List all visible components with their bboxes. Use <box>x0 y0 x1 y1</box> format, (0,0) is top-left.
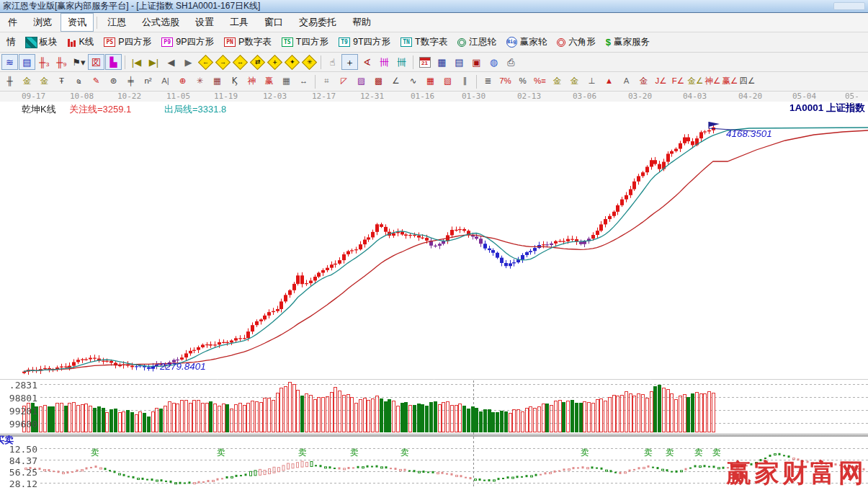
gold-under-tool[interactable]: 金 <box>635 74 652 89</box>
gold-gann-tool-2[interactable]: 金 <box>36 74 53 89</box>
next-page-icon[interactable]: ▶ <box>180 54 197 70</box>
tick-ruler-tool[interactable]: ╫ <box>1 74 18 89</box>
price-scale-tool[interactable]: ≣ <box>480 74 496 89</box>
shen-tool-glyph: 神 <box>248 77 256 86</box>
gold-gann-tool-1[interactable]: 金 <box>19 74 35 89</box>
percent-line-tool[interactable]: %≡ <box>532 74 548 89</box>
target-tool[interactable]: ⊕ <box>174 74 191 89</box>
menu-item-2[interactable]: 资讯 <box>61 13 94 32</box>
angle-measure-icon[interactable]: ∢ <box>359 54 375 70</box>
h-expand-icon[interactable]: ↔ <box>232 54 249 70</box>
scale-ruler-tool[interactable]: ╪ <box>122 74 139 89</box>
toolbar-item-t-table[interactable]: TNT数字表 <box>395 35 452 50</box>
shen-tool[interactable]: 神 <box>243 74 260 89</box>
f-angle-tool[interactable]: F∠ <box>670 74 686 89</box>
full-view-icon[interactable]: ✳ <box>301 54 318 70</box>
prev-page-icon[interactable]: ◀ <box>163 54 179 70</box>
n2-tool[interactable]: n² <box>140 74 156 89</box>
pencil-tool[interactable]: ✎ <box>88 74 104 89</box>
toolbar-item-kline[interactable]: K线 <box>63 35 99 50</box>
kline-3-icon[interactable]: ╫₃ <box>36 54 53 70</box>
k-prime-tool[interactable]: Ϗ <box>226 74 243 89</box>
pan-icon[interactable]: ✦ <box>284 54 300 70</box>
calendar-icon[interactable]: 21 <box>416 54 433 70</box>
zoom-in-icon[interactable]: ＋ <box>267 54 283 70</box>
notes-icon[interactable]: ▤ <box>451 54 467 70</box>
gold-angle-tool[interactable]: 金∠ <box>687 74 704 89</box>
gann-tool-magenta-icon[interactable]: 卌 <box>376 54 393 70</box>
save-icon[interactable]: ▣ <box>468 54 485 70</box>
spiral-tool[interactable]: ҩ <box>71 74 87 89</box>
h-swap-icon[interactable]: ⇄ <box>249 54 266 70</box>
toolbar-item-p-square[interactable]: PSP四方形 <box>99 35 156 50</box>
wave-a-tool[interactable]: A <box>618 74 635 89</box>
hand-icon[interactable]: ☝ <box>324 54 341 70</box>
first-page-icon[interactable]: |◀ <box>128 54 145 70</box>
crosshair-icon[interactable]: ＋ <box>341 54 358 70</box>
histogram-icon[interactable]: ▙ <box>105 54 122 70</box>
kline-9-icon[interactable]: ╫₉ <box>53 54 70 70</box>
toolbar-item-9t-square[interactable]: T99T四方形 <box>334 35 395 50</box>
toolbar-item-9p-square[interactable]: P99P四方形 <box>156 35 219 50</box>
gann-tool-teal-icon[interactable]: 卌 <box>393 54 410 70</box>
toolbar-item-hexagon[interactable]: 六角形 <box>552 35 601 50</box>
trend-chart-icon[interactable]: ≋ <box>1 54 18 70</box>
calculator-icon[interactable]: ▦ <box>434 54 450 70</box>
gold-circle-tool[interactable]: 金 <box>549 74 565 89</box>
net-save-icon[interactable]: ◍ <box>486 54 502 70</box>
fan-box-tool-glyph: ▨ <box>357 77 365 86</box>
fan-lines-tool[interactable]: ◸ <box>336 74 352 89</box>
last-page-icon[interactable]: ▶| <box>146 54 162 70</box>
gann-pattern-icon[interactable]: 図 <box>88 54 104 70</box>
gold-lines-tool[interactable]: 金 <box>566 74 583 89</box>
percent-7-tool[interactable]: 7% <box>497 74 514 89</box>
time-circle-tool[interactable]: ⊛ <box>105 74 122 89</box>
zigzag-tool[interactable]: ∿ <box>405 74 421 89</box>
menu-item-8[interactable]: 交易委托 <box>292 13 344 32</box>
span-arrow-tool[interactable]: ↔ <box>295 74 312 89</box>
toolbar-item-winner-service[interactable]: $赢家服务 <box>601 35 655 50</box>
angle-lines-tool[interactable]: ∠ <box>388 74 404 89</box>
web-square-tool[interactable]: ▦ <box>209 74 225 89</box>
flag-dropdown-icon[interactable]: ⚑▾ <box>71 54 87 70</box>
print-icon[interactable]: ⎙ <box>503 54 519 70</box>
square-frame-tool[interactable]: ⌗ <box>318 74 335 89</box>
shift-right-icon[interactable]: → <box>215 54 231 70</box>
print-icon-glyph: ⎙ <box>507 58 514 67</box>
menu-item-7[interactable]: 窗口 <box>257 13 290 32</box>
pump-tool[interactable]: ⊥ <box>583 74 600 89</box>
fan-box-tool[interactable]: ▨ <box>353 74 370 89</box>
menu-item-1[interactable]: 浏览 <box>26 13 59 32</box>
si-angle-tool[interactable]: 四∠ <box>739 74 756 89</box>
menu-item-6[interactable]: 工具 <box>223 13 256 32</box>
red-grid-arrow-tool[interactable]: ▧ <box>439 74 456 89</box>
menu-item-3[interactable]: 江恩 <box>100 13 133 32</box>
menu-item-5[interactable]: 设置 <box>188 13 221 32</box>
shen-angle-tool[interactable]: 神∠ <box>704 74 721 89</box>
rocket-tool[interactable]: ▲ <box>601 74 617 89</box>
menu-item-0[interactable]: 件 <box>1 13 24 32</box>
toolbar-item-sectors[interactable]: 板块 <box>21 35 63 50</box>
t-line-tool[interactable]: Ŧ <box>53 74 70 89</box>
chart-area[interactable]: 乾坤K线 关注线=3259.1 出局线=3331.8 1A0001 上证指数 4… <box>0 102 868 490</box>
menu-item-4[interactable]: 公式选股 <box>135 13 187 32</box>
toolbar-item-quotes[interactable]: 情 <box>1 35 21 50</box>
f10-document-icon[interactable]: ▤ <box>19 54 35 70</box>
window-controls[interactable] <box>833 2 865 10</box>
ying-tool[interactable]: 赢 <box>261 74 277 89</box>
parallel-lines-tool[interactable]: ∥ <box>457 74 473 89</box>
menu-item-9[interactable]: 帮助 <box>345 13 378 32</box>
shift-left-icon[interactable]: ← <box>197 54 214 70</box>
toolbar-item-p-table[interactable]: PNP数字表 <box>219 35 277 50</box>
spiderweb-tool[interactable]: ✳ <box>192 74 208 89</box>
toolbar-item-t-square[interactable]: TST四方形 <box>277 35 334 50</box>
web-box-tool[interactable]: ▩ <box>370 74 387 89</box>
j-angle-tool[interactable]: J∠ <box>653 74 669 89</box>
a-line-tool[interactable]: A| <box>157 74 174 89</box>
grid-123-tool[interactable]: ▦ <box>278 74 295 89</box>
percent-tool[interactable]: % <box>514 74 531 89</box>
red-grid-tool[interactable]: ▦ <box>422 74 439 89</box>
ying-angle-tool[interactable]: 赢∠ <box>722 74 738 89</box>
toolbar-item-winner-wheel[interactable]: Big赢家轮 <box>501 35 552 50</box>
toolbar-item-gann-wheel[interactable]: 江恩轮 <box>452 35 501 50</box>
